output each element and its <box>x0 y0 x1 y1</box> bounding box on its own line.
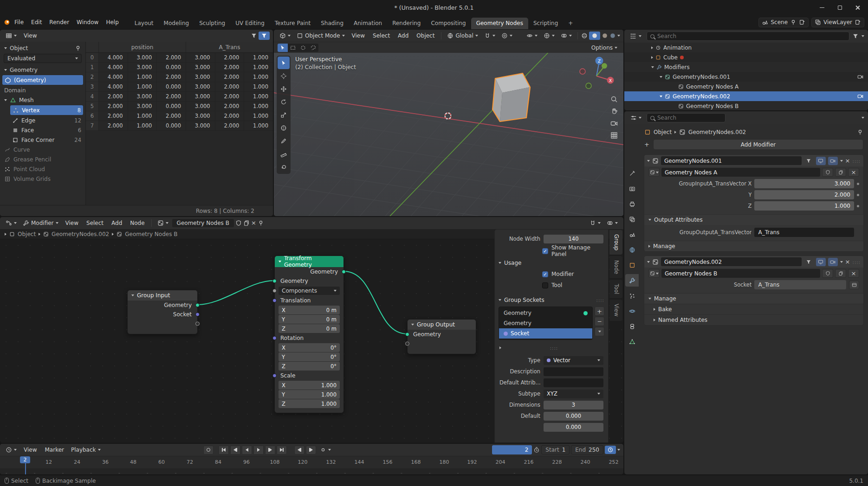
outliner-editor-type-button[interactable] <box>628 32 644 40</box>
chevron-down-icon[interactable] <box>617 35 620 37</box>
tool-transform[interactable] <box>278 122 290 134</box>
drag-grip-icon[interactable] <box>596 297 604 303</box>
spreadsheet-table[interactable]: position A_Trans 04.0003.0002.0003.0002.… <box>86 42 273 205</box>
outliner-item-geometry-nodes-a[interactable]: Geometry Nodes A <box>624 82 868 91</box>
default-attribute-field[interactable] <box>544 378 603 387</box>
jump-to-end-button[interactable] <box>277 446 287 454</box>
add-modifier-button[interactable]: Add Modifier <box>653 139 863 150</box>
translation-x-field[interactable]: X0 m <box>279 306 340 314</box>
component-point-cloud[interactable]: Point Cloud <box>0 164 85 174</box>
table-row[interactable]: 52.0003.0000.0003.0002.0001.000 <box>86 102 273 111</box>
tab-tool[interactable]: Tool <box>609 280 622 298</box>
zoom-icon[interactable] <box>610 96 618 103</box>
spreadsheet-view-menu[interactable]: View <box>20 32 40 40</box>
components-dropdown[interactable]: Components <box>279 287 340 295</box>
new-scene-icon[interactable] <box>799 19 805 26</box>
gizmos-dropdown[interactable] <box>541 32 557 40</box>
node-group-name-field[interactable]: Geometry Nodes B <box>661 269 820 278</box>
table-row[interactable]: 34.0001.0000.0003.0002.0001.000 <box>86 82 273 92</box>
output-attribute-field[interactable]: A_Trans <box>754 228 854 237</box>
translation-z-field[interactable]: Z0 m <box>279 324 340 333</box>
ortho-grid-icon[interactable] <box>610 132 618 139</box>
socket-list-item[interactable]: Geometry <box>499 318 592 328</box>
breadcrumb-modifier[interactable]: GeometryNodes.002 <box>688 129 746 135</box>
modifier-name-field[interactable]: GeometryNodes.001 <box>661 156 802 165</box>
node-group-name-field[interactable]: Geometry Nodes B <box>172 219 234 227</box>
table-row[interactable]: 62.0001.0002.0003.0002.0001.000 <box>86 111 273 121</box>
outliner-item-geometrynodes-001[interactable]: GeometryNodes.001 <box>624 72 868 82</box>
prev-frame-button[interactable] <box>294 446 304 454</box>
select-tweak-button[interactable] <box>278 44 288 52</box>
translation-y-field[interactable]: Y0 m <box>279 315 340 324</box>
current-frame-field[interactable]: 2 <box>492 445 532 454</box>
vector-x-slider[interactable]: 3.000 <box>754 179 854 188</box>
tab-sculpting[interactable]: Sculpting <box>194 18 230 29</box>
next-keyframe-button[interactable] <box>265 446 275 454</box>
node-select-menu[interactable]: Select <box>83 219 107 227</box>
jump-to-start-button[interactable] <box>219 446 229 454</box>
scale-x-field[interactable]: X1.000 <box>279 381 340 390</box>
socket-list[interactable]: Geometry Geometry Socket <box>499 307 593 340</box>
socket-specials-button[interactable] <box>595 327 604 336</box>
timeline-editor-type-button[interactable] <box>3 446 19 454</box>
scale-z-field[interactable]: Z1.000 <box>279 399 340 408</box>
node-group-browse-button[interactable] <box>648 269 660 278</box>
filter-funnel-icon[interactable] <box>251 32 257 39</box>
chevron-down-icon[interactable] <box>862 35 864 37</box>
tab-compositing[interactable]: Compositing <box>426 18 471 29</box>
bake-subpanel[interactable]: Bake <box>644 304 863 314</box>
component-grease-pencil[interactable]: Grease Pencil <box>0 154 85 164</box>
outliner-item-animation[interactable]: Animation <box>624 43 868 52</box>
new-viewlayer-icon[interactable] <box>855 19 861 26</box>
rotation-x-field[interactable]: X0° <box>279 343 340 352</box>
menu-window[interactable]: Window <box>73 18 102 26</box>
input-attribute-toggle[interactable] <box>849 281 859 289</box>
timeline-ruler[interactable]: 12 24 36 48 60 72 84 96 108 120 132 144 … <box>0 456 623 468</box>
resize-grip-icon[interactable] <box>550 345 558 351</box>
outliner-item-geometrynodes-002[interactable]: GeometryNodes.002 <box>624 91 868 101</box>
tool-cursor[interactable] <box>278 70 290 82</box>
tab-geometry-nodes[interactable]: Geometry Nodes <box>471 18 528 29</box>
rotation-input-socket[interactable] <box>272 336 277 340</box>
overlays-dropdown[interactable] <box>558 32 574 40</box>
viewport-object-menu[interactable]: Object <box>413 32 438 40</box>
play-reverse-button[interactable] <box>242 446 252 454</box>
duplicate-button[interactable] <box>835 168 846 177</box>
tool-checkbox[interactable] <box>542 282 548 288</box>
extend-socket[interactable] <box>405 342 409 346</box>
copy-icon[interactable] <box>243 220 250 226</box>
shading-rendered-icon[interactable] <box>609 32 616 39</box>
next-frame-button[interactable] <box>306 446 316 454</box>
shading-wireframe-icon[interactable] <box>581 32 588 39</box>
outliner-item-cube[interactable]: Cube <box>624 52 868 62</box>
tab-texture-paint[interactable]: Texture Paint <box>270 18 316 29</box>
viewport-editor-type-button[interactable] <box>277 32 293 40</box>
pin-icon[interactable] <box>790 19 797 26</box>
type-dropdown[interactable]: Vector <box>544 356 603 365</box>
scale-input-socket[interactable] <box>272 374 277 378</box>
vector-z-slider[interactable]: 1.000 <box>754 201 854 211</box>
description-field[interactable] <box>544 367 603 376</box>
manage-subpanel[interactable]: Manage <box>644 293 863 304</box>
node-tree-type-dropdown[interactable]: Modifier <box>20 219 61 227</box>
tool-select[interactable] <box>278 57 290 69</box>
rotation-y-field[interactable]: Y0° <box>279 352 340 361</box>
evaluated-dropdown[interactable]: Evaluated <box>4 54 82 63</box>
spreadsheet-editor-type-button[interactable] <box>3 32 19 40</box>
navigation-gizmo[interactable]: Z X <box>576 54 617 96</box>
node-header[interactable]: Group Input <box>128 290 197 301</box>
column-group-position[interactable]: position <box>98 42 186 52</box>
timeline-track[interactable] <box>0 468 623 474</box>
outliner-item-geometry-nodes-b[interactable]: Geometry Nodes B <box>624 101 868 110</box>
remove-socket-button[interactable] <box>595 317 604 326</box>
timeline-marker-menu[interactable]: Marker <box>41 446 67 454</box>
tab-render[interactable] <box>625 182 639 195</box>
subtype-dropdown[interactable]: XYZ <box>544 390 603 398</box>
tab-world[interactable] <box>625 243 639 256</box>
named-attributes-subpanel[interactable]: Named Attributes <box>644 314 863 325</box>
tab-object[interactable] <box>625 259 639 271</box>
select-lasso-button[interactable] <box>308 44 318 52</box>
axis-y[interactable] <box>602 63 607 69</box>
axis-neg-y[interactable] <box>586 83 591 89</box>
realtime-toggle[interactable] <box>816 157 826 165</box>
